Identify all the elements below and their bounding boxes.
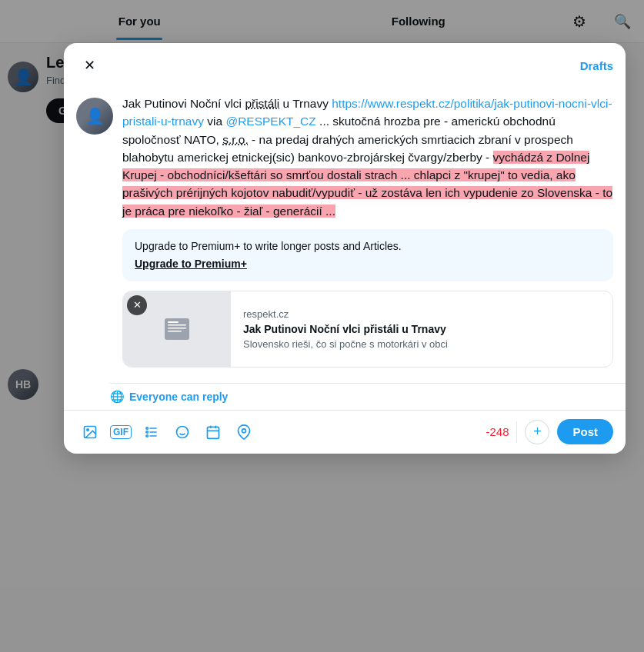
link-preview-info: respekt.cz Jak Putinovi Noční vlci přist… <box>231 291 460 367</box>
compose-toolbar: GIF <box>64 410 626 454</box>
link-preview-domain: respekt.cz <box>243 308 448 320</box>
post-button[interactable]: Post <box>557 419 613 444</box>
character-count: -248 <box>486 425 509 438</box>
post-text-area[interactable]: Jak Putinovi Noční vlci přistáli u Trnav… <box>122 95 613 220</box>
add-thread-button[interactable]: + <box>525 420 549 444</box>
post-text-link-word: přistáli <box>245 97 279 110</box>
char-count-wrapper: -248 + Post <box>486 419 613 444</box>
svg-rect-4 <box>168 331 182 332</box>
link-preview-wrapper: ✕ respekt.cz Jak Put <box>122 291 613 368</box>
upgrade-box: Upgrade to Premium+ to write longer post… <box>122 229 613 281</box>
svg-rect-16 <box>208 427 219 438</box>
svg-point-6 <box>87 429 89 431</box>
svg-point-20 <box>242 429 246 433</box>
schedule-button[interactable] <box>199 418 227 446</box>
location-button[interactable] <box>230 418 258 446</box>
link-preview-title: Jak Putinovi Noční vlci přistáli u Trnav… <box>243 323 448 335</box>
svg-rect-3 <box>168 328 186 329</box>
gif-label: GIF <box>110 425 132 439</box>
svg-rect-1 <box>168 321 179 323</box>
svg-point-9 <box>146 431 148 434</box>
compose-modal: ✕ Drafts 👤 Jak Putinovi Noční vlci přist… <box>64 43 626 454</box>
everyone-can-reply-label: Everyone can reply <box>129 391 228 403</box>
link-preview-card: respekt.cz Jak Putinovi Noční vlci přist… <box>122 291 613 368</box>
globe-icon: 🌐 <box>110 390 125 404</box>
post-text-sro: s.r.o. <box>222 133 249 146</box>
upgrade-link[interactable]: Upgrade to Premium+ <box>135 258 247 270</box>
post-body: Jak Putinovi Noční vlci přistáli u Trnav… <box>122 95 613 377</box>
svg-point-13 <box>177 426 189 437</box>
post-handle[interactable]: @RESPEKT_CZ <box>225 115 315 128</box>
post-text-via: via <box>204 115 225 128</box>
modal-header: ✕ Drafts <box>64 43 626 88</box>
close-button[interactable]: ✕ <box>76 52 102 78</box>
drafts-button[interactable]: Drafts <box>580 59 613 72</box>
upgrade-box-text: Upgrade to Premium+ to write longer post… <box>135 240 601 252</box>
list-button[interactable] <box>138 418 165 446</box>
svg-point-11 <box>146 435 148 437</box>
post-text-part2: u Trnavy <box>279 97 332 110</box>
emoji-button[interactable] <box>169 418 196 446</box>
gif-button[interactable]: GIF <box>107 418 135 446</box>
image-upload-button[interactable] <box>76 418 104 446</box>
toolbar-divider <box>516 421 517 443</box>
svg-point-7 <box>146 427 148 430</box>
link-preview-close-button[interactable]: ✕ <box>127 295 147 315</box>
svg-rect-2 <box>168 324 186 326</box>
link-preview-description: Slovensko rieši, čo si počne s motorkári… <box>243 338 448 350</box>
reply-setting-row[interactable]: 🌐 Everyone can reply <box>110 383 626 410</box>
post-text-part1: Jak Putinovi Noční vlci <box>122 97 245 110</box>
author-avatar-face: 👤 <box>76 98 113 135</box>
modal-body: 👤 Jak Putinovi Noční vlci přistáli u Trn… <box>64 88 626 383</box>
author-avatar: 👤 <box>76 98 113 135</box>
